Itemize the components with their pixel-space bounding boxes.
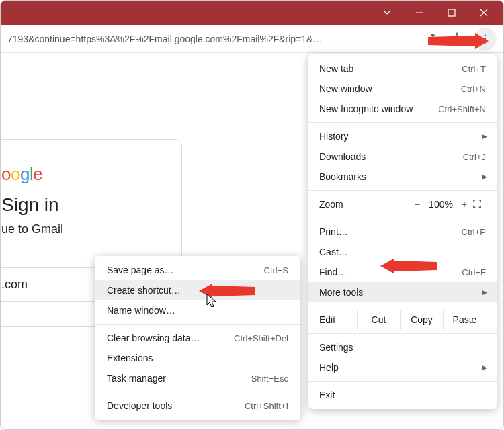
menu-new-window[interactable]: New windowCtrl+N (308, 79, 497, 99)
svg-marker-5 (428, 33, 489, 49)
submenu-task-manager[interactable]: Task managerShift+Esc (95, 368, 300, 388)
menu-edit-copy[interactable]: Copy (400, 310, 443, 330)
menu-edit-cut[interactable]: Cut (357, 310, 400, 330)
caret-down-icon[interactable] (372, 2, 403, 24)
submenu-create-shortcut[interactable]: Create shortcut… (95, 280, 300, 300)
menu-incognito[interactable]: New Incognito windowCtrl+Shift+N (308, 99, 497, 119)
fullscreen-icon[interactable] (472, 199, 486, 210)
menu-downloads[interactable]: DownloadsCtrl+J (308, 146, 497, 167)
cursor-icon (206, 294, 218, 308)
menu-print[interactable]: Print…Ctrl+P (308, 222, 497, 242)
submenu-name-window[interactable]: Name window… (95, 300, 300, 320)
chrome-menu: New tabCtrl+T New windowCtrl+N New Incog… (308, 54, 497, 409)
menu-bookmarks[interactable]: Bookmarks (308, 167, 497, 187)
annotation-arrow-more-tools (380, 259, 437, 273)
menu-edit-row: Edit Cut Copy Paste (308, 310, 497, 330)
svg-marker-6 (380, 259, 437, 273)
menu-new-tab[interactable]: New tabCtrl+T (308, 58, 497, 79)
google-logo: oogle (1, 164, 157, 185)
annotation-arrow-kebab (428, 33, 489, 49)
page-subtitle: ue to Gmail (1, 222, 157, 236)
menu-help[interactable]: Help (308, 357, 497, 378)
close-button[interactable] (468, 2, 499, 24)
page-heading: Sign in (1, 194, 157, 216)
window-titlebar (1, 1, 503, 25)
submenu-dev-tools[interactable]: Developer toolsCtrl+Shift+I (95, 396, 300, 416)
url-text[interactable]: 7193&continue=https%3A%2F%2Fmail.google.… (7, 34, 416, 44)
submenu-save-page[interactable]: Save page as…Ctrl+S (95, 260, 300, 280)
menu-exit[interactable]: Exit (308, 385, 497, 405)
menu-zoom: Zoom − 100% + (308, 194, 497, 214)
more-tools-submenu: Save page as…Ctrl+S Create shortcut… Nam… (95, 256, 300, 420)
submenu-extensions[interactable]: Extensions (95, 348, 300, 368)
zoom-out-button[interactable]: − (409, 199, 425, 210)
menu-settings[interactable]: Settings (308, 337, 497, 357)
svg-rect-0 (448, 9, 455, 16)
menu-more-tools[interactable]: More tools (308, 282, 497, 302)
maximize-button[interactable] (436, 2, 467, 24)
zoom-value: 100% (425, 199, 456, 210)
minimize-button[interactable] (404, 2, 435, 24)
menu-history[interactable]: History (308, 126, 497, 146)
submenu-clear-data[interactable]: Clear browsing data…Ctrl+Shift+Del (95, 328, 300, 348)
zoom-in-button[interactable]: + (456, 199, 472, 210)
menu-edit-paste[interactable]: Paste (443, 310, 486, 330)
